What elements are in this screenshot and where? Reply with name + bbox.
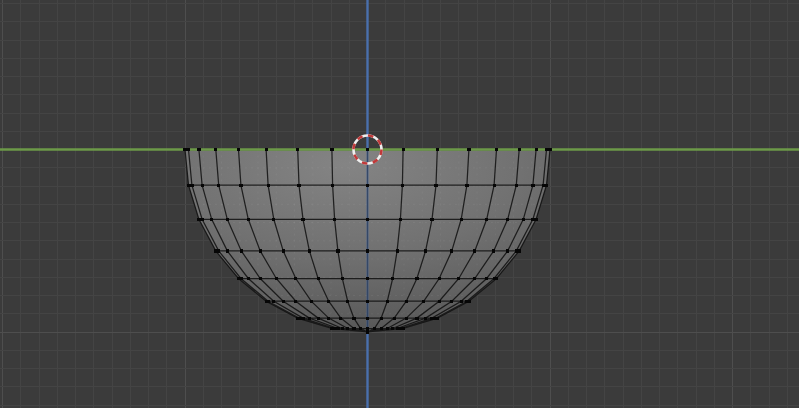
mesh-vertex — [465, 184, 468, 187]
mesh-vertex — [405, 300, 408, 303]
mesh-vertex — [473, 249, 476, 252]
mesh-vertex — [473, 277, 476, 280]
mesh-vertex — [317, 317, 320, 320]
mesh-vertex — [267, 184, 270, 187]
mesh-vertex — [396, 249, 399, 252]
mesh-vertex — [308, 317, 311, 320]
mesh-vertex — [197, 148, 200, 151]
mesh-vertex — [301, 218, 304, 221]
mesh-vertex — [438, 277, 441, 280]
mesh-vertex — [217, 249, 220, 252]
mesh-vertex — [492, 249, 495, 252]
mesh-vertex — [259, 249, 262, 252]
mesh-vertex — [352, 317, 355, 320]
mesh-vertex — [265, 148, 268, 151]
mesh-vertex — [183, 148, 186, 151]
mesh-vertex — [237, 148, 240, 151]
mesh-vertex — [450, 249, 453, 252]
mesh-vertex — [485, 277, 488, 280]
mesh-vertex — [457, 277, 460, 280]
mesh-vertex — [308, 249, 311, 252]
mesh-vertex — [341, 277, 344, 280]
mesh-vertex — [531, 184, 534, 187]
mesh-vertex — [297, 317, 300, 320]
mesh-vertex — [434, 184, 437, 187]
mesh-vertex — [294, 300, 297, 303]
mesh-vertex — [294, 277, 297, 280]
mesh-vertex — [190, 184, 193, 187]
mesh-vertex — [531, 218, 534, 221]
mesh-vertex — [333, 327, 336, 330]
mesh-vertex — [515, 184, 518, 187]
mesh-vertex — [247, 218, 250, 221]
mesh-vertex — [396, 327, 399, 330]
mesh-vertex — [405, 317, 408, 320]
mesh-vertex — [545, 148, 548, 151]
mesh-vertex — [415, 277, 418, 280]
mesh-vertex — [259, 277, 262, 280]
mesh-vertex — [214, 249, 217, 252]
mesh-vertex — [275, 277, 278, 280]
mesh-vertex — [430, 218, 433, 221]
mesh-vertex — [485, 218, 488, 221]
mesh-vertex — [217, 184, 220, 187]
mesh-vertex — [506, 218, 509, 221]
mesh-vertex — [391, 277, 394, 280]
mesh-vertex — [401, 327, 404, 330]
mesh-vertex — [436, 148, 439, 151]
mesh-vertex — [187, 148, 190, 151]
mesh-vertex — [239, 277, 242, 280]
mesh-vertex — [424, 249, 427, 252]
mesh-vertex — [465, 300, 468, 303]
mesh-vertex — [467, 148, 470, 151]
mesh-vertex — [187, 184, 190, 187]
mesh-vertex — [282, 300, 285, 303]
mesh-vertex — [402, 148, 405, 151]
mesh-vertex — [380, 317, 383, 320]
mesh-vertex — [296, 148, 299, 151]
mesh-vertex — [535, 218, 538, 221]
mesh-vertex — [493, 184, 496, 187]
mesh-vertex — [450, 300, 453, 303]
mesh-vertex — [201, 218, 204, 221]
viewport-canvas[interactable] — [0, 0, 799, 408]
mesh-vertex — [210, 218, 213, 221]
mesh-vertex — [366, 249, 369, 252]
mesh-vertex — [341, 327, 344, 330]
blender-3d-viewport[interactable] — [0, 0, 799, 408]
mesh-vertex — [542, 184, 545, 187]
mesh-vertex — [240, 249, 243, 252]
mesh-vertex — [366, 148, 369, 151]
mesh-vertex — [391, 327, 394, 330]
mesh-vertex — [317, 277, 320, 280]
mesh-vertex — [493, 277, 496, 280]
mesh-vertex — [366, 184, 369, 187]
mesh-vertex — [386, 327, 389, 330]
mesh-vertex — [346, 327, 349, 330]
mesh-vertex — [495, 148, 498, 151]
mesh-vertex — [331, 184, 334, 187]
mesh-vertex — [366, 218, 369, 221]
mesh-vertex — [460, 218, 463, 221]
mesh-vertex — [506, 249, 509, 252]
mesh-vertex — [430, 317, 433, 320]
mesh-vertex — [352, 327, 355, 330]
mesh-vertex — [366, 327, 369, 330]
mesh-vertex — [346, 300, 349, 303]
mesh-vertex — [272, 218, 275, 221]
mesh-vertex — [366, 277, 369, 280]
mesh-vertex — [333, 218, 336, 221]
mesh-vertex — [460, 300, 463, 303]
mesh-vertex — [310, 300, 313, 303]
mesh-vertex — [214, 148, 217, 151]
mesh-vertex — [267, 300, 270, 303]
mesh-vertex — [239, 184, 242, 187]
mesh-vertex — [545, 184, 548, 187]
mesh-vertex — [366, 317, 369, 320]
mesh-vertex — [272, 300, 275, 303]
mesh-vertex — [515, 249, 518, 252]
mesh-vertex — [399, 218, 402, 221]
mesh-vertex — [226, 249, 229, 252]
mesh-vertex-pole — [366, 330, 369, 333]
mesh-vertex — [548, 148, 551, 151]
